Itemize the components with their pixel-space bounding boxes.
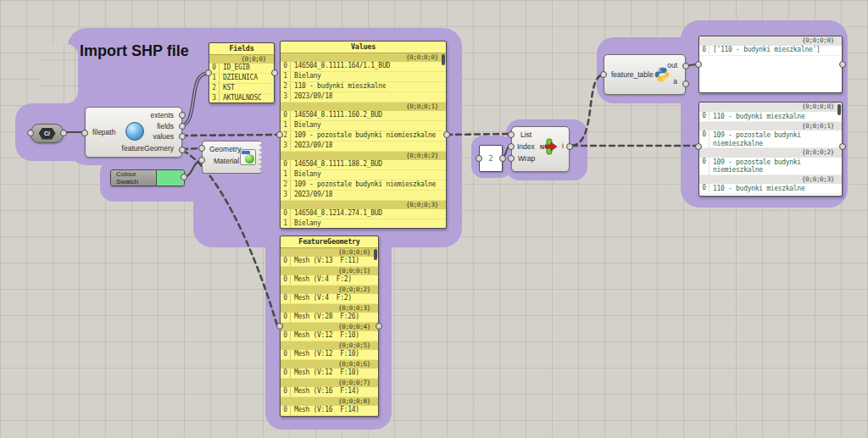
wrap-input-label: Wrap	[518, 154, 535, 163]
tree-path-band: {0;0;0;3}	[281, 201, 446, 209]
result-panel-output-nub[interactable]	[839, 143, 846, 150]
import-shp-component[interactable]: filepath extents fields values featureGe…	[85, 107, 182, 158]
index-panel-output-nub[interactable]	[499, 155, 506, 162]
panel-row: 0Mesh (V:4 F:2)	[281, 294, 378, 304]
svg-text:N: N	[540, 144, 544, 150]
out-panel-output-nub[interactable]	[839, 61, 846, 68]
featuregeometry-output-nub[interactable]	[179, 147, 186, 153]
tree-path-band: {0;0;0}	[209, 55, 274, 64]
values-panel-input-nub[interactable]	[276, 131, 283, 138]
tree-path-band: {0;0;0;1}	[699, 122, 842, 131]
filepath-input-nub[interactable]	[81, 130, 88, 136]
tree-path-band: {0;0;0;8}	[281, 397, 378, 406]
wrap-input-nub[interactable]	[508, 155, 515, 162]
panel-row: 0Mesh (V:28 F:26)	[281, 313, 378, 323]
feature-table-input-nub[interactable]	[600, 71, 607, 78]
group-title: Import SHP file	[80, 42, 189, 60]
fields-panel-input-nub[interactable]	[205, 69, 212, 76]
tree-path-band: {0;0;0;1}	[281, 103, 446, 111]
values-output-label: values	[153, 132, 174, 141]
panel-row: 0146504_8.1111.188.2_BUD	[281, 160, 446, 170]
path-param-output-nub[interactable]	[60, 130, 67, 136]
out-panel-input-nub[interactable]	[695, 61, 702, 68]
fields-output-label: fields	[157, 122, 174, 130]
feature-table-input-label: feature_table	[611, 70, 654, 79]
colour-swatch-label: Colour Swatch	[111, 170, 156, 186]
panel-row: 2110 - budynki mieszkalne	[281, 82, 446, 92]
panel-row: 2KST	[209, 84, 274, 94]
panel-row: 1Bielany	[281, 72, 446, 82]
material-input-label: Material	[214, 157, 239, 165]
index-input-nub[interactable]	[508, 143, 515, 150]
panel-row: 32023/09/18	[281, 141, 446, 152]
python-component[interactable]: feature_table out a	[604, 54, 686, 95]
material-input-nub[interactable]	[198, 157, 205, 164]
scrollbar-thumb[interactable]	[442, 54, 445, 65]
extents-output-nub[interactable]	[179, 112, 186, 119]
panel-row: 0Mesh (V:12 F:10)	[281, 369, 378, 379]
tree-path-band: {0;0;0;2}	[281, 286, 378, 294]
tree-path-band: {0;0;0;0}	[699, 36, 842, 46]
list-input-nub[interactable]	[508, 131, 515, 138]
out-panel[interactable]: {0;0;0;0} 0['110 - budynki mieszkalne']	[698, 36, 843, 93]
item-output-nub[interactable]	[566, 143, 573, 150]
colour-swatch[interactable]: Colour Swatch	[110, 169, 185, 186]
index-panel-input-nub[interactable]	[476, 155, 482, 162]
featuregeometry-panel[interactable]: FeatureGeometry {0;0;0;0} 0Mesh (V:13 F:…	[280, 236, 379, 417]
index-value: 2	[488, 154, 492, 163]
file-path-param[interactable]: C/	[31, 124, 64, 143]
colour-swatch-output-nub[interactable]	[181, 174, 187, 180]
values-panel-output-nub[interactable]	[443, 131, 450, 138]
a-output-nub[interactable]	[682, 80, 689, 87]
extents-output-label: extents	[151, 111, 174, 119]
panel-row: 0146504_8.1111.164/1.1_BUD	[281, 62, 446, 72]
path-param-input-nub[interactable]	[27, 130, 34, 136]
result-panel-input-nub[interactable]	[695, 143, 702, 150]
values-panel[interactable]: Values {0;0;0;0} 0146504_8.1111.164/1.1_…	[280, 41, 447, 229]
panel-row: 0Mesh (V:13 F:11)	[281, 257, 378, 267]
filepath-input-label: filepath	[92, 128, 115, 136]
panel-row: 32023/09/18	[281, 191, 446, 201]
panel-row: 0146504_8.1214.274.1_BUD	[281, 209, 446, 219]
values-output-nub[interactable]	[179, 133, 186, 140]
featuregeometry-panel-input-nub[interactable]	[276, 323, 283, 330]
panel-row: 3AKTUALNOSC	[209, 94, 274, 103]
list-item-component[interactable]: List Index Wrap N i	[511, 126, 570, 172]
fields-panel[interactable]: Fields {0;0;0} 0ID_EGIB 1DZIELNICA 2KST …	[209, 42, 275, 103]
tree-path-band: {0;0;0;5}	[281, 341, 378, 350]
tree-path-band: {0;0;0;7}	[281, 379, 378, 387]
index-input-label: Index	[517, 142, 535, 151]
path-param-icon: C/	[39, 128, 56, 140]
panel-row: 0109 - pozostale budynki niemieszkalne	[699, 130, 842, 148]
index-value-panel[interactable]: 2	[479, 145, 503, 172]
panel-row: 2109 - pozostale budynki niemieszkalne	[281, 180, 446, 191]
group-notch	[41, 44, 78, 103]
list-item-icon: N	[540, 138, 559, 155]
fields-panel-output-nub[interactable]	[271, 69, 278, 76]
fields-output-nub[interactable]	[179, 123, 186, 130]
scrollbar-thumb[interactable]	[374, 249, 377, 260]
panel-row: 32023/09/18	[281, 92, 446, 103]
panel-title: FeatureGeometry	[281, 236, 378, 248]
panel-row: 1Bielany	[281, 121, 446, 131]
grasshopper-canvas: Import SHP file C/ filepath extents fiel…	[0, 0, 868, 438]
globe-icon	[125, 122, 144, 141]
tree-path-band: {0;0;0;1}	[281, 267, 378, 275]
tree-path-band: {0;0;0;0}	[699, 103, 842, 112]
item-output-label: i	[562, 141, 564, 150]
panel-row: 0109 - pozostale budynki niemieszkalne	[699, 158, 842, 175]
panel-title: Fields	[209, 43, 274, 55]
scrollbar-thumb[interactable]	[837, 104, 841, 115]
geometry-input-nub[interactable]	[198, 145, 205, 152]
preview-material-icon	[240, 149, 256, 165]
panel-title: Values	[281, 42, 446, 53]
out-output-label: out	[667, 61, 677, 69]
panel-row: 0Mesh (V:12 F:10)	[281, 331, 378, 341]
out-output-nub[interactable]	[682, 63, 689, 69]
tree-path-band: {0;0;0;3}	[281, 304, 378, 313]
colour-swatch-color[interactable]	[156, 170, 184, 186]
featuregeometry-panel-output-nub[interactable]	[376, 323, 382, 330]
panel-row: 2109 - pozostale budynki niemieszkalne	[281, 131, 446, 141]
custom-preview-component[interactable]: Geometry Material	[202, 141, 263, 174]
result-panel[interactable]: {0;0;0;0} 0110 - budynki mieszkalne {0;0…	[698, 102, 843, 197]
